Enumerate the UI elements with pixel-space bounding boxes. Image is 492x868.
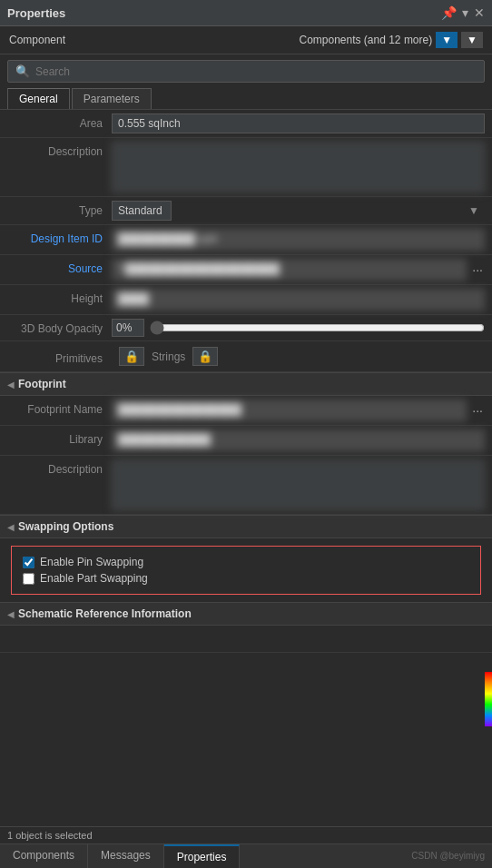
pin-icon[interactable]: 📌 [441, 5, 457, 20]
bottom-tab-messages[interactable]: Messages [88, 844, 164, 868]
area-value: 0.555 sqInch [112, 113, 485, 133]
footprint-section-title: Footprint [18, 378, 66, 390]
minimize-icon[interactable]: ▾ [462, 5, 468, 20]
tab-general[interactable]: General [7, 88, 70, 109]
bottom-tab-components[interactable]: Components [0, 844, 88, 868]
height-value: ████ [112, 289, 485, 311]
swapping-options-container: Enable Pin Swapping Enable Part Swapping [11, 546, 481, 595]
status-message: 1 object is selected [7, 830, 93, 841]
type-select[interactable]: Standard Graphical Net Tie [112, 201, 172, 221]
enable-part-swapping-checkbox[interactable] [23, 573, 34, 585]
opacity-label: 3D Body Opacity [7, 319, 112, 335]
strings-lock-icon[interactable]: 🔒 [192, 347, 218, 366]
enable-pin-swapping-checkbox[interactable] [23, 557, 34, 568]
area-property-row: Area 0.555 sqInch [0, 110, 492, 138]
footprint-name-dots-button[interactable]: ··· [470, 403, 485, 418]
footprint-name-label: Footprint Name [7, 399, 112, 416]
tab-parameters[interactable]: Parameters [72, 88, 152, 109]
bottom-bar: 1 object is selected Components Messages… [0, 826, 492, 868]
type-select-wrapper: Standard Graphical Net Tie ▼ [112, 201, 485, 221]
select-arrow-icon: ▼ [468, 204, 479, 217]
primitives-row: Primitives 🔒 Strings 🔒 [0, 341, 492, 372]
search-bar: 🔍 [7, 60, 485, 83]
footprint-section-header[interactable]: ◀ Footprint [0, 372, 492, 396]
primitives-label: Primitives [7, 349, 112, 365]
status-bar: 1 object is selected [0, 826, 492, 843]
opacity-value-input[interactable]: 0% [112, 319, 144, 337]
footprint-collapse-icon: ◀ [7, 380, 15, 390]
component-controls: Components (and 12 more) ▼ ▼ [299, 32, 483, 48]
footprint-name-wrapper: ████████████████ ··· [112, 399, 485, 421]
dropdown-button[interactable]: ▼ [461, 32, 483, 48]
search-input[interactable] [35, 65, 477, 78]
strings-label: Strings [152, 350, 185, 363]
height-property-row: Height ████ [0, 285, 492, 315]
tab-bar: General Parameters [0, 88, 492, 110]
component-label: Component [9, 34, 65, 46]
enable-pin-swapping-row: Enable Pin Swapping [23, 554, 469, 570]
swapping-section-title: Swapping Options [18, 520, 113, 533]
schematic-section-title: Schematic Reference Information [18, 607, 192, 620]
swapping-section-header[interactable]: ◀ Swapping Options [0, 515, 492, 538]
description-textarea[interactable] [112, 142, 485, 192]
close-icon[interactable]: ✕ [474, 5, 485, 20]
opacity-property-row: 3D Body Opacity 0% [0, 315, 492, 341]
design-item-id-row: Design Item ID ██████████ splir [0, 225, 492, 255]
primitives-lock-icon[interactable]: 🔒 [119, 347, 144, 366]
schematic-collapse-icon: ◀ [7, 609, 15, 619]
color-indicator-bar [485, 672, 492, 726]
description-label: Description [7, 142, 112, 158]
chevron-down-icon: ▼ [467, 34, 477, 46]
footprint-description-textarea[interactable] [112, 459, 485, 510]
content-area: Area 0.555 sqInch Description Type Stand… [0, 110, 492, 810]
enable-pin-swapping-label: Enable Pin Swapping [40, 556, 143, 568]
area-label: Area [7, 117, 112, 130]
design-item-id-label: Design Item ID [7, 229, 112, 245]
description-property-row: Description [0, 138, 492, 197]
search-icon: 🔍 [15, 64, 30, 78]
type-label: Type [7, 201, 112, 217]
library-label: Library [7, 429, 112, 446]
footprint-description-label: Description [7, 459, 112, 476]
schematic-section-header[interactable]: ◀ Schematic Reference Information [0, 602, 492, 626]
type-property-row: Type Standard Graphical Net Tie ▼ [0, 197, 492, 225]
library-value: ████████████ [112, 429, 485, 451]
title-bar: Properties 📌 ▾ ✕ [0, 0, 492, 26]
schematic-content-collapsed [0, 626, 492, 653]
design-item-id-value: ██████████ splir [112, 229, 485, 251]
enable-part-swapping-label: Enable Part Swapping [40, 572, 148, 585]
panel-title: Properties [7, 6, 65, 20]
source-value: Y████████████████████ [112, 259, 467, 281]
enable-part-swapping-row: Enable Part Swapping [23, 570, 469, 587]
component-title: Components (and 12 more) [299, 34, 432, 46]
source-dots-button[interactable]: ··· [470, 262, 485, 277]
library-property-row: Library ████████████ [0, 426, 492, 456]
filter-icon: ▼ [441, 34, 452, 46]
watermark-text: CSDN @beyimiyg [411, 851, 485, 861]
opacity-slider-row: 0% [112, 319, 485, 337]
footprint-description-row: Description [0, 456, 492, 515]
filter-button[interactable]: ▼ [436, 32, 458, 48]
swapping-collapse-icon: ◀ [7, 522, 15, 532]
bottom-tab-properties[interactable]: Properties [164, 844, 241, 868]
height-label: Height [7, 289, 112, 305]
footprint-name-value: ████████████████ [112, 399, 467, 421]
footprint-name-row: Footprint Name ████████████████ ··· [0, 396, 492, 426]
source-label: Source [7, 259, 112, 275]
source-value-wrapper: Y████████████████████ ··· [112, 259, 485, 281]
opacity-slider[interactable] [150, 321, 485, 335]
source-property-row: Source Y████████████████████ ··· [0, 255, 492, 285]
component-row: Component Components (and 12 more) ▼ ▼ [0, 26, 492, 54]
title-bar-controls: 📌 ▾ ✕ [441, 5, 485, 20]
